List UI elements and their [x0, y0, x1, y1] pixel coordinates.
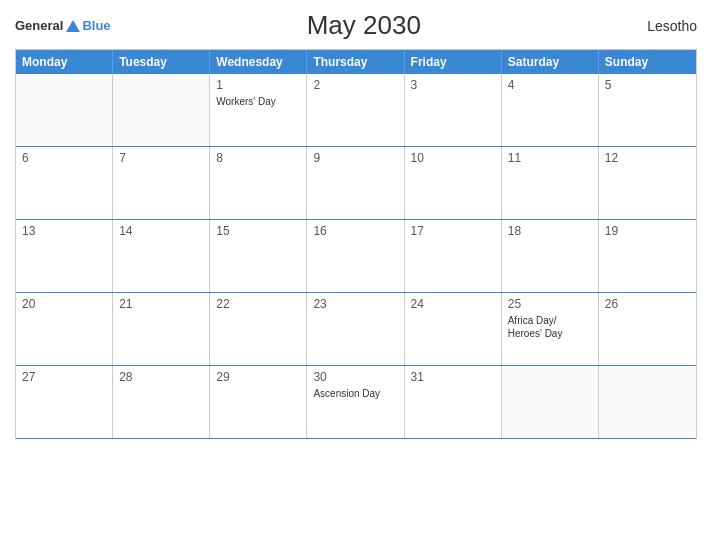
week-row-3: 13141516171819	[16, 220, 696, 293]
calendar-grid: MondayTuesdayWednesdayThursdayFridaySatu…	[15, 49, 697, 439]
day-header-saturday: Saturday	[502, 50, 599, 74]
day-number: 11	[508, 151, 592, 165]
day-cell: 1Workers' Day	[210, 74, 307, 146]
day-number: 17	[411, 224, 495, 238]
day-cell	[113, 74, 210, 146]
day-number: 31	[411, 370, 495, 384]
day-cell: 23	[307, 293, 404, 365]
day-number: 28	[119, 370, 203, 384]
day-cell: 29	[210, 366, 307, 438]
day-cell: 3	[405, 74, 502, 146]
country-label: Lesotho	[617, 18, 697, 34]
day-header-sunday: Sunday	[599, 50, 696, 74]
day-header-tuesday: Tuesday	[113, 50, 210, 74]
day-cell: 24	[405, 293, 502, 365]
day-event: Africa Day/ Heroes' Day	[508, 314, 592, 340]
day-number: 12	[605, 151, 690, 165]
day-cell: 31	[405, 366, 502, 438]
week-row-2: 6789101112	[16, 147, 696, 220]
day-number: 13	[22, 224, 106, 238]
day-cell: 4	[502, 74, 599, 146]
day-cell: 22	[210, 293, 307, 365]
day-number: 22	[216, 297, 300, 311]
day-cell: 20	[16, 293, 113, 365]
header: General Blue May 2030 Lesotho	[15, 10, 697, 41]
day-number: 30	[313, 370, 397, 384]
calendar-title: May 2030	[111, 10, 617, 41]
day-cell: 15	[210, 220, 307, 292]
day-number: 2	[313, 78, 397, 92]
day-header-monday: Monday	[16, 50, 113, 74]
day-number: 4	[508, 78, 592, 92]
day-cell: 12	[599, 147, 696, 219]
day-number: 1	[216, 78, 300, 92]
day-number: 7	[119, 151, 203, 165]
day-number: 5	[605, 78, 690, 92]
day-number: 10	[411, 151, 495, 165]
day-number: 9	[313, 151, 397, 165]
logo: General Blue	[15, 18, 111, 33]
day-number: 19	[605, 224, 690, 238]
week-row-1: 1Workers' Day2345	[16, 74, 696, 147]
day-number: 14	[119, 224, 203, 238]
day-cell: 10	[405, 147, 502, 219]
weeks-container: 1Workers' Day234567891011121314151617181…	[16, 74, 696, 439]
day-number: 3	[411, 78, 495, 92]
day-number: 16	[313, 224, 397, 238]
day-cell: 25Africa Day/ Heroes' Day	[502, 293, 599, 365]
day-cell: 6	[16, 147, 113, 219]
logo-general-text: General	[15, 18, 63, 33]
day-number: 20	[22, 297, 106, 311]
day-cell	[502, 366, 599, 438]
day-header-wednesday: Wednesday	[210, 50, 307, 74]
day-cell: 28	[113, 366, 210, 438]
week-row-5: 27282930Ascension Day31	[16, 366, 696, 439]
day-cell: 18	[502, 220, 599, 292]
day-number: 18	[508, 224, 592, 238]
day-cell: 27	[16, 366, 113, 438]
day-cell: 2	[307, 74, 404, 146]
day-header-friday: Friday	[405, 50, 502, 74]
day-cell: 19	[599, 220, 696, 292]
week-row-4: 202122232425Africa Day/ Heroes' Day26	[16, 293, 696, 366]
day-number: 25	[508, 297, 592, 311]
day-cell: 21	[113, 293, 210, 365]
day-number: 24	[411, 297, 495, 311]
day-cell: 7	[113, 147, 210, 219]
day-number: 27	[22, 370, 106, 384]
logo-blue-text: Blue	[82, 18, 110, 33]
day-header-thursday: Thursday	[307, 50, 404, 74]
day-cell	[599, 366, 696, 438]
day-number: 8	[216, 151, 300, 165]
logo-triangle-icon	[66, 20, 80, 32]
day-number: 29	[216, 370, 300, 384]
calendar-page: General Blue May 2030 Lesotho MondayTues…	[0, 0, 712, 550]
day-cell: 14	[113, 220, 210, 292]
day-number: 15	[216, 224, 300, 238]
day-cell: 16	[307, 220, 404, 292]
day-cell	[16, 74, 113, 146]
day-cell: 9	[307, 147, 404, 219]
day-cell: 26	[599, 293, 696, 365]
day-event: Ascension Day	[313, 387, 397, 400]
day-cell: 8	[210, 147, 307, 219]
day-cell: 5	[599, 74, 696, 146]
day-cell: 30Ascension Day	[307, 366, 404, 438]
day-event: Workers' Day	[216, 95, 300, 108]
day-cell: 17	[405, 220, 502, 292]
day-cell: 13	[16, 220, 113, 292]
day-number: 23	[313, 297, 397, 311]
day-cell: 11	[502, 147, 599, 219]
day-headers-row: MondayTuesdayWednesdayThursdayFridaySatu…	[16, 50, 696, 74]
day-number: 6	[22, 151, 106, 165]
day-number: 26	[605, 297, 690, 311]
day-number: 21	[119, 297, 203, 311]
